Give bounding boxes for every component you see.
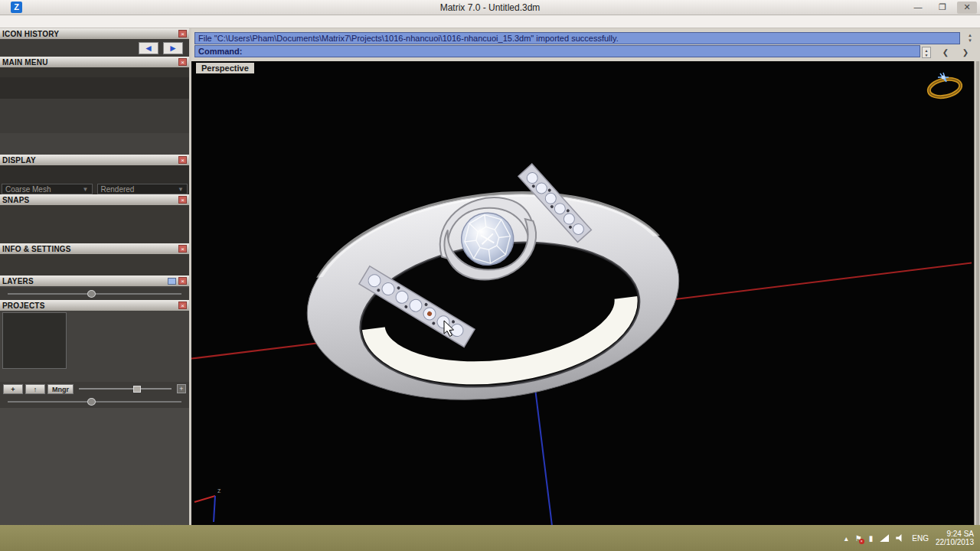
projects-controls: + ↑ Mngr + xyxy=(0,382,189,396)
main-menu-row2 xyxy=(0,88,189,99)
window-title: Matrix 7.0 - Untitled.3dm xyxy=(0,2,980,13)
info-settings-header[interactable]: INFO & SETTINGS × xyxy=(0,243,189,254)
projects-list xyxy=(2,312,67,369)
command-prev-icon[interactable]: ❮ xyxy=(939,47,952,58)
command-history-line: File "C:\Users\Pham\Documents\Matrix7\Pr… xyxy=(194,32,960,44)
close-icon[interactable]: × xyxy=(178,245,187,253)
command-area: File "C:\Users\Pham\Documents\Matrix7\Pr… xyxy=(191,28,980,61)
panel-footer xyxy=(0,408,189,525)
zoom-plus-icon[interactable]: + xyxy=(177,384,186,393)
project-up-button[interactable]: ↑ xyxy=(25,384,45,394)
project-thumbnails xyxy=(69,312,187,369)
display-dropdowns: Coarse Mesh ▼ Rendered ▼ xyxy=(0,184,189,194)
close-button[interactable]: ✕ xyxy=(957,2,977,14)
history-forward-icon[interactable]: ► xyxy=(163,42,183,54)
clock-time: 9:24 SA xyxy=(936,530,974,538)
minimize-icon[interactable] xyxy=(168,278,176,285)
command-spinner[interactable]: ▲▼ xyxy=(922,47,931,58)
panel-gap xyxy=(0,99,189,133)
left-panel: ICON HISTORY × ◄ ► MAIN MENU × DISPLAY × xyxy=(0,28,191,525)
command-next-icon[interactable]: ❯ xyxy=(959,47,972,58)
display-mode-value: Rendered xyxy=(101,185,135,194)
close-icon[interactable]: × xyxy=(178,156,187,164)
viewport-canvas: z xyxy=(191,61,972,525)
snaps-row2 xyxy=(0,224,189,243)
perspective-viewport[interactable]: Perspective xyxy=(191,61,980,525)
display-icons xyxy=(0,165,189,184)
clock[interactable]: 9:24 SA 22/10/2013 xyxy=(936,530,974,546)
display-title: DISPLAY xyxy=(2,156,178,165)
power-icon[interactable]: ▮ xyxy=(869,534,874,543)
clock-date: 22/10/2013 xyxy=(936,538,974,546)
main-menu-title: MAIN MENU xyxy=(2,58,178,67)
slider-knob[interactable] xyxy=(87,398,96,406)
panel-bottom-slider[interactable] xyxy=(8,397,181,406)
info-settings-title: INFO & SETTINGS xyxy=(2,245,178,253)
close-icon[interactable]: × xyxy=(178,196,187,204)
taskbar: ▴ ⚑× ▮ ENG 9:24 SA 22/10/2013 xyxy=(0,525,980,551)
svg-text:z: z xyxy=(217,487,221,494)
restore-button[interactable]: ❐ xyxy=(933,2,952,14)
projects-body xyxy=(0,311,189,370)
chevron-down-icon: ▼ xyxy=(83,186,89,193)
viewport-scrollbar[interactable] xyxy=(974,61,980,525)
volume-icon[interactable] xyxy=(896,534,905,542)
layers-body xyxy=(0,286,189,288)
snaps-row1 xyxy=(0,205,189,224)
info-settings-icons xyxy=(0,254,189,276)
project-thumb-buttons xyxy=(0,370,189,382)
close-icon[interactable]: × xyxy=(178,277,187,285)
projects-slider[interactable] xyxy=(76,384,175,393)
minimize-button[interactable]: — xyxy=(908,2,928,14)
hidden-icons-icon[interactable]: ▴ xyxy=(844,534,848,543)
slider-knob[interactable] xyxy=(87,290,96,298)
snaps-header[interactable]: SNAPS × xyxy=(0,194,189,205)
project-mngr-button[interactable]: Mngr xyxy=(47,384,74,394)
close-icon[interactable]: × xyxy=(178,30,187,37)
layers-header[interactable]: LAYERS × xyxy=(0,276,189,286)
layers-slider[interactable] xyxy=(8,289,181,298)
close-icon[interactable]: × xyxy=(178,302,187,309)
floating-toolbar xyxy=(0,133,189,155)
matrix-window: Z Matrix 7.0 - Untitled.3dm — ❐ ✕ ICON H… xyxy=(0,0,980,551)
menu-bar xyxy=(0,15,980,28)
slider-knob[interactable] xyxy=(133,386,141,393)
chevron-down-icon: ▼ xyxy=(178,186,184,193)
history-back-icon[interactable]: ◄ xyxy=(139,42,158,54)
layers-title: LAYERS xyxy=(2,277,168,285)
close-icon[interactable]: × xyxy=(178,58,187,66)
action-center-flag-icon[interactable]: ⚑× xyxy=(855,534,862,543)
command-input[interactable]: Command: xyxy=(194,45,920,57)
projects-title: PROJECTS xyxy=(2,302,178,310)
display-header[interactable]: DISPLAY × xyxy=(0,155,189,165)
matrix-ring-logo xyxy=(927,73,962,99)
mesh-quality-dropdown[interactable]: Coarse Mesh ▼ xyxy=(2,184,93,194)
network-icon[interactable] xyxy=(880,534,889,542)
system-tray: ▴ ⚑× ▮ ENG 9:24 SA 22/10/2013 xyxy=(844,530,980,546)
display-mode-dropdown[interactable]: Rendered ▼ xyxy=(97,184,188,194)
icon-history-body: ◄ ► xyxy=(0,39,189,57)
cplane-axis-gizmo: z xyxy=(194,487,221,522)
viewport-tab-perspective[interactable]: Perspective xyxy=(196,63,254,73)
icon-history-header[interactable]: ICON HISTORY × xyxy=(0,28,189,39)
icon-history-title: ICON HISTORY xyxy=(2,30,178,38)
main-menu-tabs xyxy=(0,67,189,77)
history-scroll-icons[interactable]: ▲▼ xyxy=(968,33,972,44)
language-indicator[interactable]: ENG xyxy=(912,534,929,543)
main-menu-header[interactable]: MAIN MENU × xyxy=(0,57,189,67)
mesh-quality-value: Coarse Mesh xyxy=(5,185,51,194)
project-add-button[interactable]: + xyxy=(3,384,23,394)
projects-header[interactable]: PROJECTS × xyxy=(0,300,189,311)
title-bar: Z Matrix 7.0 - Untitled.3dm — ❐ ✕ xyxy=(0,0,980,15)
main-menu-row1 xyxy=(0,77,189,88)
snaps-title: SNAPS xyxy=(2,196,178,204)
ring-model[interactable] xyxy=(292,148,691,420)
